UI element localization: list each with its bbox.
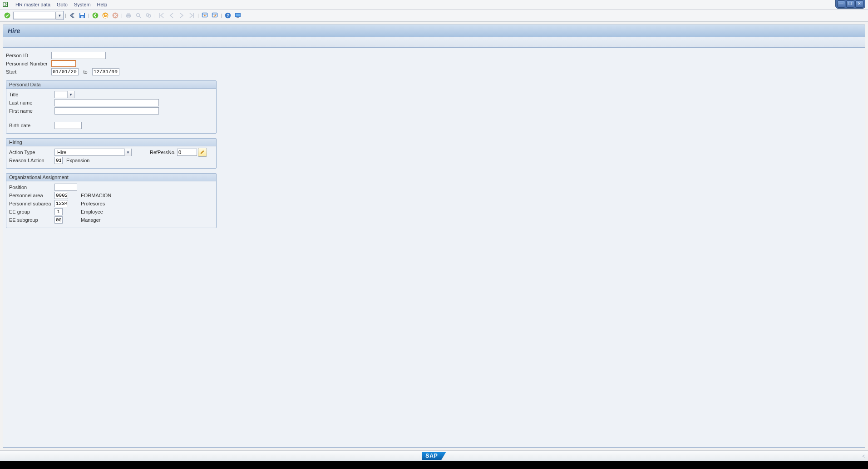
shortcut-icon[interactable]: [210, 11, 219, 20]
to-label: to: [79, 69, 92, 75]
command-input[interactable]: [13, 12, 56, 19]
org-assignment-title: Organizational Assignment: [6, 174, 216, 181]
first-page-icon: [157, 11, 166, 20]
maximize-button[interactable]: ❐: [846, 0, 854, 8]
personal-data-group: Personal Data Title ▼ Last name: [6, 80, 217, 134]
svg-text:?: ?: [227, 13, 229, 18]
app-menu-icon[interactable]: [3, 1, 9, 8]
workspace: Person ID Personnel Number Start to Pers…: [3, 48, 865, 448]
ee-group-label: EE group: [9, 209, 54, 215]
personnel-number-field[interactable]: [51, 60, 76, 67]
org-assignment-group: Organizational Assignment Position Perso…: [6, 173, 217, 228]
exit-icon[interactable]: [101, 11, 110, 20]
new-session-icon[interactable]: [200, 11, 209, 20]
minimize-button[interactable]: —: [837, 0, 845, 8]
menu-hr-master-data[interactable]: HR master data: [15, 2, 50, 7]
menu-help[interactable]: Help: [97, 2, 108, 7]
end-date-field[interactable]: [92, 68, 119, 75]
ee-subgroup-text: Manager: [81, 217, 100, 223]
back-icon[interactable]: [91, 11, 100, 20]
menu-goto[interactable]: Goto: [57, 2, 68, 7]
find-next-icon: [144, 11, 153, 20]
statusbar-expand-icon[interactable]: ◁: [862, 454, 865, 458]
ee-group-text: Employee: [81, 209, 103, 215]
person-id-label: Person ID: [6, 53, 51, 58]
find-icon: [134, 11, 143, 20]
pers-area-label: Personnel area: [9, 193, 54, 198]
save-icon[interactable]: [78, 11, 87, 20]
menubar: HR master data Goto System Help — ❐ ✕: [0, 0, 868, 10]
title-select[interactable]: ▼: [54, 91, 74, 98]
help-icon[interactable]: ?: [223, 11, 232, 20]
last-page-icon: [187, 11, 196, 20]
menu-system[interactable]: System: [74, 2, 91, 7]
birth-date-label: Birth date: [9, 123, 54, 128]
start-label: Start: [6, 69, 51, 75]
toolbar: ▼ | | | |: [0, 10, 868, 22]
pers-subarea-text: Profesores: [81, 201, 105, 206]
close-button[interactable]: ✕: [855, 0, 863, 8]
refpersno-field[interactable]: [177, 149, 197, 156]
enter-icon[interactable]: [3, 11, 12, 20]
personal-data-title: Personal Data: [6, 81, 216, 89]
print-icon: [124, 11, 133, 20]
position-label: Position: [9, 185, 54, 190]
svg-rect-24: [236, 14, 240, 16]
reason-code-field[interactable]: [54, 157, 63, 164]
svg-rect-10: [127, 16, 130, 18]
application-toolbar: [3, 37, 865, 48]
svg-line-12: [139, 16, 141, 18]
first-name-field[interactable]: [54, 107, 159, 115]
window-controls: — ❐ ✕: [835, 0, 865, 9]
svg-point-5: [93, 13, 99, 19]
ee-subgroup-code-field[interactable]: [54, 216, 63, 224]
pers-subarea-label: Personnel subarea: [9, 201, 54, 206]
action-type-select[interactable]: Hire ▼: [54, 149, 132, 156]
statusbar: SAP ◁: [0, 450, 868, 461]
screen-title: Hire: [3, 25, 865, 37]
last-name-field[interactable]: [54, 99, 159, 106]
sap-logo: SAP: [422, 452, 446, 460]
edit-refpers-button[interactable]: [198, 148, 207, 157]
hiring-title: Hiring: [6, 139, 216, 146]
refpersno-label: RefPersNo.: [150, 150, 177, 155]
statusbar-divider: [856, 452, 856, 459]
svg-rect-3: [80, 13, 84, 15]
title-label: Title: [9, 92, 54, 97]
hiring-group: Hiring Action Type Hire ▼ RefPersNo.: [6, 138, 217, 169]
reason-text: Expansion: [66, 158, 89, 163]
chevron-down-icon[interactable]: ▼: [56, 11, 63, 20]
prev-page-icon: [167, 11, 176, 20]
ee-group-code-field[interactable]: [54, 208, 63, 215]
command-field[interactable]: ▼: [13, 11, 64, 20]
pers-subarea-code-field[interactable]: [54, 200, 68, 207]
action-type-label: Action Type: [9, 150, 54, 155]
svg-rect-25: [237, 17, 239, 18]
birth-date-field[interactable]: [54, 122, 82, 129]
pers-area-text: FORMACION: [81, 193, 111, 198]
customize-layout-icon[interactable]: [233, 11, 242, 20]
first-name-label: First name: [9, 108, 54, 114]
personnel-number-label: Personnel Number: [6, 61, 51, 66]
collapse-icon[interactable]: [68, 11, 77, 20]
start-date-field[interactable]: [51, 68, 79, 75]
cancel-icon[interactable]: [111, 11, 120, 20]
ee-subgroup-label: EE subgroup: [9, 217, 54, 223]
last-name-label: Last name: [9, 100, 54, 105]
svg-rect-4: [81, 16, 84, 18]
next-page-icon: [177, 11, 186, 20]
chevron-down-icon[interactable]: ▼: [124, 149, 131, 156]
person-id-field[interactable]: [51, 52, 106, 59]
os-taskbar: [0, 461, 868, 469]
svg-point-11: [137, 14, 140, 17]
reason-label: Reason f.Action: [9, 158, 54, 163]
position-field[interactable]: [54, 184, 77, 191]
chevron-down-icon[interactable]: ▼: [67, 91, 74, 98]
svg-rect-9: [127, 13, 130, 15]
pers-area-code-field[interactable]: [54, 192, 68, 199]
